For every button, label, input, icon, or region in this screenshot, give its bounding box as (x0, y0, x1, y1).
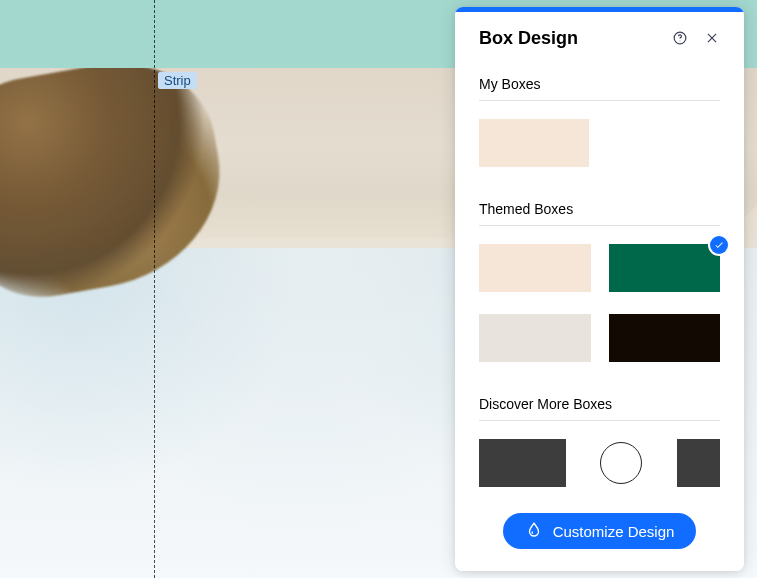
panel-body: My Boxes Themed Boxes Discover More Boxe… (455, 64, 744, 571)
section-title-my-boxes: My Boxes (479, 64, 720, 101)
circle-icon (600, 442, 642, 484)
swatch-discover-1[interactable] (578, 439, 665, 487)
panel-header: Box Design (455, 12, 744, 64)
my-boxes-grid (479, 119, 720, 167)
discover-boxes-row (479, 439, 720, 487)
panel-footer: Customize Design (455, 501, 744, 571)
section-title-themed-boxes: Themed Boxes (479, 189, 720, 226)
box-design-panel: Box Design My Boxes Themed Boxes (455, 7, 744, 571)
editor-canvas: Strip Box Design My Boxes (0, 0, 757, 578)
help-icon[interactable] (668, 26, 692, 50)
swatch-themed-3[interactable] (609, 314, 721, 362)
themed-boxes-grid (479, 244, 720, 362)
customize-design-button[interactable]: Customize Design (503, 513, 697, 549)
check-icon (710, 236, 728, 254)
drop-icon (525, 521, 543, 542)
customize-design-label: Customize Design (553, 523, 675, 540)
swatch-themed-0[interactable] (479, 244, 591, 292)
element-label-strip[interactable]: Strip (158, 72, 197, 89)
section-title-discover-boxes: Discover More Boxes (479, 384, 720, 421)
close-icon[interactable] (700, 26, 724, 50)
swatch-themed-1[interactable] (609, 244, 721, 292)
swatch-themed-2[interactable] (479, 314, 591, 362)
guide-line (154, 0, 155, 578)
svg-point-1 (680, 40, 681, 41)
panel-title: Box Design (479, 28, 668, 49)
swatch-discover-0[interactable] (479, 439, 566, 487)
swatch-discover-2[interactable] (677, 439, 720, 487)
swatch-my-0[interactable] (479, 119, 589, 167)
